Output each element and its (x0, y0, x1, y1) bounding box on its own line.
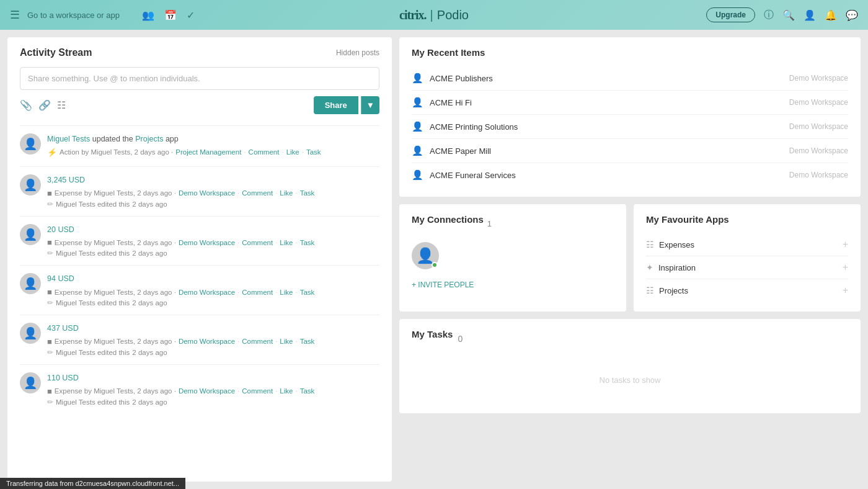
calendar-icon[interactable]: 📅 (164, 9, 177, 21)
workspace-link[interactable]: Demo Workspace (179, 189, 235, 197)
recent-item[interactable]: 👤 ACME Publishers Demo Workspace (412, 66, 848, 91)
help-icon[interactable]: ⓘ (764, 9, 774, 22)
comment-link[interactable]: Comment (242, 189, 273, 197)
recent-item-workspace: Demo Workspace (789, 122, 848, 131)
recent-item[interactable]: 👤 ACME Printing Solutions Demo Workspace (412, 115, 848, 139)
workspace-link[interactable]: Demo Workspace (179, 338, 235, 345)
upgrade-button[interactable]: Upgrade (706, 7, 755, 22)
search-icon[interactable]: 🔍 (782, 9, 795, 21)
activity-main-text: Miguel Tests updated the Projects app (47, 133, 379, 145)
bottom-row: My Connections 1 👤 + INVITE PEOPLE My Fa… (399, 204, 861, 312)
recent-item-workspace: Demo Workspace (789, 146, 848, 155)
like-link[interactable]: Like (286, 148, 299, 156)
activity-meta: ⚡ Action by Miguel Tests, 2 days ago · P… (47, 148, 379, 157)
comment-link[interactable]: Comment (242, 239, 273, 246)
add-app-button[interactable]: + (843, 262, 848, 273)
nav-shortcut-icons: 👥 📅 ✓ (142, 9, 195, 21)
like-link[interactable]: Like (280, 239, 293, 246)
activity-meta: ■ Expense by Miguel Tests, 2 days ago · … (47, 287, 379, 297)
add-app-button[interactable]: + (843, 239, 848, 250)
activity-content: 3,245 USD ■ Expense by Miguel Tests, 2 d… (47, 174, 379, 209)
workspace-link[interactable]: Demo Workspace (179, 239, 235, 246)
edit-icon: ✏ (47, 200, 53, 209)
connections-card: My Connections 1 👤 + INVITE PEOPLE (399, 204, 626, 312)
invite-people-link[interactable]: + INVITE PEOPLE (412, 280, 614, 289)
recent-item[interactable]: 👤 ACME Paper Mill Demo Workspace (412, 139, 848, 163)
workspace-item-icon: 👤 (412, 169, 423, 181)
status-text: Transferring data from d2cmuesa4snpwn.cl… (6, 480, 179, 487)
share-button[interactable]: Share (314, 96, 358, 114)
attachment-icons: 📎 🔗 ☷ (20, 99, 66, 111)
attach-file-icon[interactable]: 📎 (20, 99, 32, 111)
task-link[interactable]: Task (300, 387, 315, 395)
edit-line: ✏ Miguel Tests edited this 2 days ago (47, 200, 379, 209)
task-link[interactable]: Task (300, 239, 315, 246)
recent-item-name: ACME Funeral Services (430, 171, 516, 180)
fav-app-item: ☷ Expenses + (646, 233, 848, 256)
share-input[interactable]: Share something. Use @ to mention indivi… (20, 67, 379, 90)
connection-user[interactable]: 👤 (412, 242, 439, 269)
expense-link[interactable]: 437 USD (47, 324, 79, 333)
expense-icon: ■ (47, 238, 52, 247)
hamburger-icon[interactable]: ☰ (10, 8, 20, 22)
people-icon[interactable]: 👥 (142, 9, 154, 21)
hidden-posts-link[interactable]: Hidden posts (336, 48, 379, 57)
workspace-link[interactable]: Project Management (175, 148, 241, 156)
activity-content: 437 USD ■ Expense by Miguel Tests, 2 day… (47, 323, 379, 357)
activity-stream-header: Activity Stream Hidden posts (20, 47, 379, 58)
task-link[interactable]: Task (300, 338, 315, 345)
fav-app-name[interactable]: Projects (659, 286, 688, 295)
user-link[interactable]: Miguel Tests (47, 135, 90, 143)
comment-link[interactable]: Comment (249, 148, 280, 156)
connections-count: 1 (487, 219, 492, 228)
recent-item[interactable]: 👤 ACME Funeral Services Demo Workspace (412, 163, 848, 187)
projects-app-icon: ☷ (646, 285, 654, 295)
fav-app-name[interactable]: Inspiration (658, 263, 696, 272)
task-link[interactable]: Task (306, 148, 321, 156)
goto-workspace-link[interactable]: Go to a workspace or app (27, 11, 120, 20)
like-link[interactable]: Like (280, 189, 293, 197)
task-link[interactable]: Task (300, 289, 315, 296)
recent-item[interactable]: 👤 ACME Hi Fi Demo Workspace (412, 91, 848, 115)
like-link[interactable]: Like (280, 338, 293, 345)
activity-title-link: 3,245 USD (47, 174, 379, 186)
comment-link[interactable]: Comment (242, 338, 273, 345)
recent-item-workspace: Demo Workspace (789, 74, 848, 83)
activity-meta: ■ Expense by Miguel Tests, 2 days ago · … (47, 238, 379, 247)
expense-link[interactable]: 94 USD (47, 274, 74, 283)
link-icon[interactable]: 🔗 (38, 99, 51, 111)
profile-icon[interactable]: 👤 (804, 9, 816, 21)
workspace-link[interactable]: Demo Workspace (179, 289, 235, 296)
activity-item: 👤 Miguel Tests updated the Projects app … (20, 125, 379, 166)
fav-app-name[interactable]: Expenses (659, 240, 694, 249)
edit-line: ✏ Miguel Tests edited this 2 days ago (47, 298, 379, 307)
activity-meta: ■ Expense by Miguel Tests, 2 days ago · … (47, 337, 379, 346)
activity-content: 94 USD ■ Expense by Miguel Tests, 2 days… (47, 273, 379, 307)
edit-icon: ✏ (47, 249, 53, 258)
add-app-button[interactable]: + (843, 285, 848, 296)
online-indicator (432, 262, 438, 268)
expense-link[interactable]: 3,245 USD (47, 176, 85, 184)
chat-icon[interactable]: 💬 (846, 9, 858, 21)
workspace-item-icon: 👤 (412, 97, 423, 108)
recent-items-card: My Recent Items 👤 ACME Publishers Demo W… (399, 37, 861, 197)
workspace-link[interactable]: Demo Workspace (179, 387, 235, 395)
comment-link[interactable]: Comment (242, 289, 273, 296)
notifications-icon[interactable]: 🔔 (825, 9, 837, 21)
like-link[interactable]: Like (280, 289, 293, 296)
fav-app-item: ☷ Projects + (646, 279, 848, 302)
target-link[interactable]: Projects (135, 135, 163, 143)
comment-link[interactable]: Comment (242, 387, 273, 395)
tasks-card: My Tasks 0 No tasks to show (399, 319, 861, 413)
edit-icon: ✏ (47, 398, 53, 406)
recent-item-name: ACME Printing Solutions (430, 122, 518, 132)
edit-line: ✏ Miguel Tests edited this 2 days ago (47, 398, 379, 406)
share-dropdown-button[interactable]: ▼ (361, 96, 379, 114)
action-icon: ⚡ (47, 148, 57, 157)
like-link[interactable]: Like (280, 387, 293, 395)
format-icon[interactable]: ☷ (57, 99, 66, 111)
tasks-icon[interactable]: ✓ (187, 9, 195, 21)
expense-link[interactable]: 110 USD (47, 374, 79, 382)
task-link[interactable]: Task (300, 189, 315, 197)
expense-link[interactable]: 20 USD (47, 225, 74, 234)
